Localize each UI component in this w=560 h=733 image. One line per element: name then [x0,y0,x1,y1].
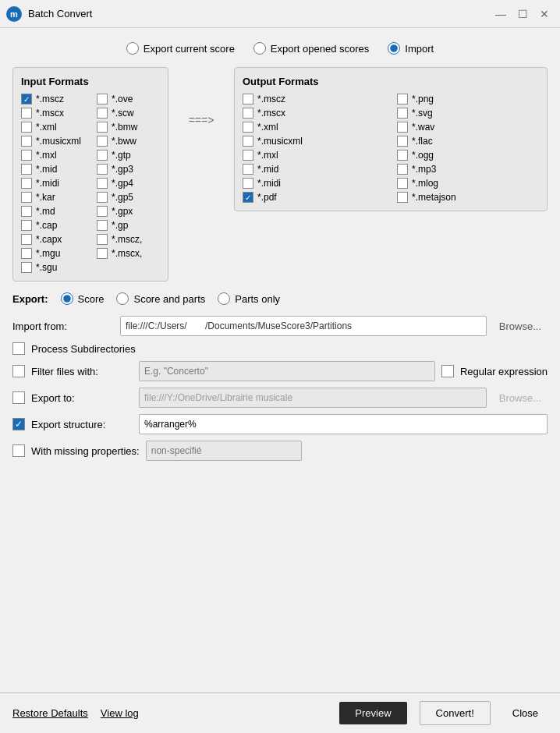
png-checkbox[interactable] [397,94,408,104]
gp4-checkbox[interactable] [97,178,108,189]
close-button[interactable]: ✕ [535,5,554,23]
metajson-checkbox[interactable] [397,192,408,203]
import-from-input[interactable] [120,316,487,336]
gp5-checkbox[interactable] [97,192,108,203]
restore-defaults-button[interactable]: Restore Defaults [12,707,88,719]
parts-only-radio[interactable] [218,292,230,305]
pdf-checkbox[interactable]: ✓ [243,192,253,203]
xml-in-label: *.xml [36,122,57,133]
export-to-browse-button[interactable]: Browse... [493,388,548,408]
import-from-browse-button[interactable]: Browse... [493,316,548,336]
musicxml-out-label: *.musicxml [257,136,303,147]
export-to-input[interactable] [139,388,487,408]
gp-checkbox[interactable] [97,220,108,231]
output-formats-grid: *.mscz *.png *.mscx *.svg [243,94,539,203]
ove-checkbox[interactable] [97,94,108,104]
export-structure-checkbox[interactable]: ✓ [12,418,25,430]
filter-files-input[interactable] [139,361,435,381]
midi-out-checkbox[interactable] [243,178,253,189]
list-item: *.midi [243,178,385,189]
score-option[interactable]: Score [61,292,105,305]
kar-checkbox[interactable] [21,192,32,203]
close-button-bottom[interactable]: Close [503,702,548,724]
gp-label: *.gp [112,220,128,231]
svg-checkbox[interactable] [397,108,408,119]
musicxml-in-checkbox[interactable] [21,136,32,147]
list-item: *.capx [21,234,84,245]
mscx-in-checkbox[interactable] [21,108,32,119]
view-log-button[interactable]: View log [101,707,139,719]
wav-checkbox[interactable] [397,122,408,133]
mid-out-label: *.mid [257,164,278,175]
export-structure-input[interactable] [139,414,548,434]
midi-in-checkbox[interactable] [21,178,32,189]
bww-checkbox[interactable] [97,136,108,147]
process-subdirs-label: Process Subdirectories [31,343,136,355]
wav-label: *.wav [412,122,434,133]
export-to-label: Export to: [31,392,133,404]
score-and-parts-radio[interactable] [116,292,129,305]
mp3-checkbox[interactable] [397,164,408,175]
regex-checkbox[interactable] [441,365,454,377]
mgu-label: *.mgu [36,248,60,259]
list-item: *.cap [21,220,84,231]
mscz-in-checkbox[interactable]: ✓ [21,94,32,104]
gp4-label: *.gp4 [112,178,133,189]
gpx-checkbox[interactable] [97,206,108,217]
mgu-checkbox[interactable] [21,248,32,259]
import-option[interactable]: Import [388,42,434,55]
musicxml-in-label: *.musicxml [36,136,81,147]
gtp-checkbox[interactable] [97,150,108,161]
mxl-out-label: *.mxl [257,150,278,161]
preview-button[interactable]: Preview [339,702,406,724]
capx-checkbox[interactable] [21,234,32,245]
import-label: Import [405,43,434,55]
md-checkbox[interactable] [21,206,32,217]
score-and-parts-option[interactable]: Score and parts [116,292,205,305]
musicxml-out-checkbox[interactable] [243,136,253,147]
xml-in-checkbox[interactable] [21,122,32,133]
export-opened-radio[interactable] [253,42,266,55]
window-title: Batch Convert [28,8,491,19]
missing-properties-input[interactable] [146,441,302,461]
list-item: *.mscx [243,108,385,119]
export-to-checkbox[interactable] [12,391,25,404]
mscx-out-checkbox[interactable] [243,108,253,119]
list-item: *.mxl [243,150,385,161]
export-current-radio[interactable] [126,42,139,55]
export-current-option[interactable]: Export current score [126,42,235,55]
parts-only-option[interactable]: Parts only [218,292,280,305]
ogg-checkbox[interactable] [397,150,408,161]
sgu-checkbox[interactable] [21,262,32,273]
pdf-label: *.pdf [257,192,277,203]
bmw-checkbox[interactable] [97,122,108,133]
msczcomma-in-checkbox[interactable] [97,234,108,245]
svg-label: *.svg [412,108,433,119]
gtp-label: *.gtp [112,150,131,161]
export-label: Export: [12,293,48,305]
score-radio[interactable] [61,292,73,305]
scw-checkbox[interactable] [97,108,108,119]
flac-checkbox[interactable] [397,136,408,147]
convert-button[interactable]: Convert! [420,701,491,725]
cap-checkbox[interactable] [21,220,32,231]
import-radio[interactable] [388,42,400,55]
xml-out-checkbox[interactable] [243,122,253,133]
mscz-out-checkbox[interactable] [243,94,253,104]
mxl-in-checkbox[interactable] [21,150,32,161]
png-label: *.png [412,94,434,104]
maximize-button[interactable]: ☐ [513,5,532,23]
gp3-checkbox[interactable] [97,164,108,175]
mid-out-checkbox[interactable] [243,164,253,175]
minimize-button[interactable]: — [491,5,510,23]
mid-in-checkbox[interactable] [21,164,32,175]
process-subdirs-checkbox[interactable] [12,342,25,355]
app-icon: m [6,6,22,22]
export-opened-option[interactable]: Export opened scores [253,42,369,55]
filter-files-checkbox[interactable] [12,365,25,377]
mscxcomma-in-checkbox[interactable] [97,248,108,259]
mxl-out-checkbox[interactable] [243,150,253,161]
missing-properties-checkbox[interactable] [12,444,25,457]
mlog-checkbox[interactable] [397,178,408,189]
list-item: *.xml [243,122,385,133]
